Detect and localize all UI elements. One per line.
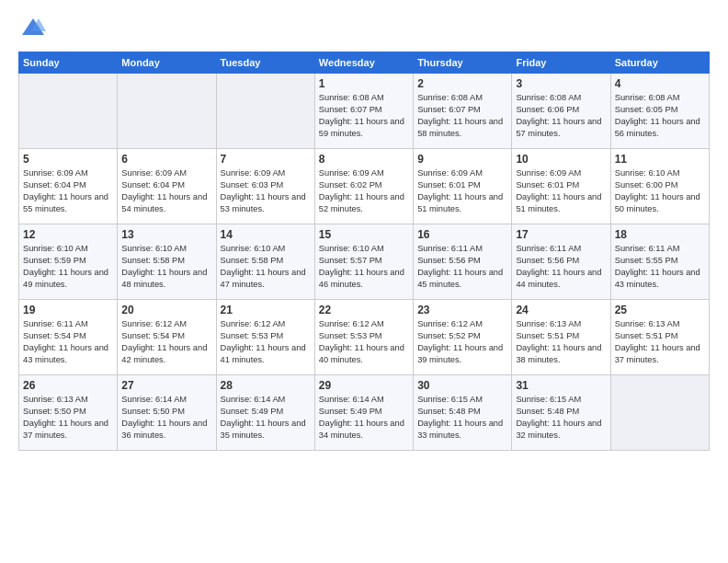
week-row-4: 19Sunrise: 6:11 AMSunset: 5:54 PMDayligh… — [19, 300, 710, 375]
cell-content: Sunrise: 6:09 AMSunset: 6:02 PMDaylight:… — [319, 167, 409, 215]
day-number: 21 — [221, 304, 311, 316]
week-row-5: 26Sunrise: 6:13 AMSunset: 5:50 PMDayligh… — [19, 375, 710, 451]
cell-content: Sunrise: 6:10 AMSunset: 5:58 PMDaylight:… — [221, 243, 311, 291]
day-number: 7 — [221, 153, 311, 166]
cell-content: Sunrise: 6:15 AMSunset: 5:48 PMDaylight:… — [516, 394, 606, 442]
cell-content: Sunrise: 6:13 AMSunset: 5:51 PMDaylight:… — [516, 318, 606, 366]
cell-content: Sunrise: 6:14 AMSunset: 5:50 PMDaylight:… — [121, 394, 211, 442]
day-number: 28 — [221, 379, 311, 392]
day-cell: 30Sunrise: 6:15 AMSunset: 5:48 PMDayligh… — [414, 375, 512, 451]
day-cell: 9Sunrise: 6:09 AMSunset: 6:01 PMDaylight… — [414, 149, 512, 224]
day-cell: 15Sunrise: 6:10 AMSunset: 5:57 PMDayligh… — [314, 224, 413, 300]
day-number: 10 — [516, 153, 606, 166]
col-header-sunday: Sunday — [19, 52, 118, 74]
cell-content: Sunrise: 6:09 AMSunset: 6:01 PMDaylight:… — [516, 167, 606, 215]
day-number: 18 — [615, 228, 705, 241]
day-number: 5 — [23, 153, 113, 166]
cell-content: Sunrise: 6:08 AMSunset: 6:07 PMDaylight:… — [417, 92, 507, 140]
day-number: 6 — [121, 153, 211, 166]
day-cell: 2Sunrise: 6:08 AMSunset: 6:07 PMDaylight… — [414, 74, 512, 149]
day-number: 9 — [417, 153, 507, 166]
cell-content: Sunrise: 6:11 AMSunset: 5:54 PMDaylight:… — [23, 318, 113, 366]
cell-content: Sunrise: 6:13 AMSunset: 5:50 PMDaylight:… — [23, 394, 113, 442]
week-row-3: 12Sunrise: 6:10 AMSunset: 5:59 PMDayligh… — [19, 224, 710, 300]
day-cell: 1Sunrise: 6:08 AMSunset: 6:07 PMDaylight… — [314, 74, 413, 149]
day-cell: 17Sunrise: 6:11 AMSunset: 5:56 PMDayligh… — [512, 224, 610, 300]
logo — [18, 15, 46, 40]
cell-content: Sunrise: 6:09 AMSunset: 6:04 PMDaylight:… — [23, 167, 113, 215]
day-cell: 13Sunrise: 6:10 AMSunset: 5:58 PMDayligh… — [118, 224, 216, 300]
cell-content: Sunrise: 6:10 AMSunset: 5:58 PMDaylight:… — [121, 243, 211, 291]
day-number: 13 — [121, 228, 211, 241]
day-number: 27 — [121, 379, 211, 392]
day-number: 3 — [516, 77, 606, 90]
day-number: 12 — [23, 228, 113, 241]
day-cell — [19, 74, 118, 149]
week-row-2: 5Sunrise: 6:09 AMSunset: 6:04 PMDaylight… — [19, 149, 710, 224]
cell-content: Sunrise: 6:11 AMSunset: 5:55 PMDaylight:… — [615, 243, 705, 291]
day-cell: 28Sunrise: 6:14 AMSunset: 5:49 PMDayligh… — [216, 375, 314, 451]
day-cell: 18Sunrise: 6:11 AMSunset: 5:55 PMDayligh… — [610, 224, 709, 300]
day-number: 2 — [417, 77, 507, 90]
day-cell: 5Sunrise: 6:09 AMSunset: 6:04 PMDaylight… — [19, 149, 118, 224]
day-cell: 6Sunrise: 6:09 AMSunset: 6:04 PMDaylight… — [118, 149, 216, 224]
day-cell: 22Sunrise: 6:12 AMSunset: 5:53 PMDayligh… — [314, 300, 413, 375]
cell-content: Sunrise: 6:10 AMSunset: 5:59 PMDaylight:… — [23, 243, 113, 291]
week-row-1: 1Sunrise: 6:08 AMSunset: 6:07 PMDaylight… — [19, 74, 710, 149]
day-cell: 4Sunrise: 6:08 AMSunset: 6:05 PMDaylight… — [610, 74, 709, 149]
cell-content: Sunrise: 6:08 AMSunset: 6:05 PMDaylight:… — [615, 92, 705, 140]
day-cell: 16Sunrise: 6:11 AMSunset: 5:56 PMDayligh… — [414, 224, 512, 300]
cell-content: Sunrise: 6:15 AMSunset: 5:48 PMDaylight:… — [417, 394, 507, 442]
day-cell: 29Sunrise: 6:14 AMSunset: 5:49 PMDayligh… — [314, 375, 413, 451]
cell-content: Sunrise: 6:12 AMSunset: 5:52 PMDaylight:… — [417, 318, 507, 366]
day-number: 1 — [319, 77, 409, 90]
day-number: 19 — [23, 304, 113, 316]
cell-content: Sunrise: 6:12 AMSunset: 5:54 PMDaylight:… — [121, 318, 211, 366]
day-cell — [118, 74, 216, 149]
cell-content: Sunrise: 6:08 AMSunset: 6:06 PMDaylight:… — [516, 92, 606, 140]
day-cell: 27Sunrise: 6:14 AMSunset: 5:50 PMDayligh… — [118, 375, 216, 451]
day-cell: 23Sunrise: 6:12 AMSunset: 5:52 PMDayligh… — [414, 300, 512, 375]
cell-content: Sunrise: 6:14 AMSunset: 5:49 PMDaylight:… — [221, 394, 311, 442]
calendar-page: SundayMondayTuesdayWednesdayThursdayFrid… — [0, 0, 728, 563]
cell-content: Sunrise: 6:08 AMSunset: 6:07 PMDaylight:… — [319, 92, 409, 140]
cell-content: Sunrise: 6:10 AMSunset: 6:00 PMDaylight:… — [615, 167, 705, 215]
page-header — [18, 15, 710, 40]
day-number: 24 — [516, 304, 606, 316]
col-header-friday: Friday — [512, 52, 610, 74]
logo-icon — [20, 15, 46, 40]
day-cell: 20Sunrise: 6:12 AMSunset: 5:54 PMDayligh… — [118, 300, 216, 375]
day-cell: 25Sunrise: 6:13 AMSunset: 5:51 PMDayligh… — [610, 300, 709, 375]
col-header-monday: Monday — [118, 52, 216, 74]
col-header-tuesday: Tuesday — [216, 52, 314, 74]
day-number: 16 — [417, 228, 507, 241]
day-number: 8 — [319, 153, 409, 166]
day-cell: 14Sunrise: 6:10 AMSunset: 5:58 PMDayligh… — [216, 224, 314, 300]
day-cell: 31Sunrise: 6:15 AMSunset: 5:48 PMDayligh… — [512, 375, 610, 451]
calendar-table: SundayMondayTuesdayWednesdayThursdayFrid… — [18, 52, 710, 451]
day-number: 17 — [516, 228, 606, 241]
day-number: 31 — [516, 379, 606, 392]
day-cell: 21Sunrise: 6:12 AMSunset: 5:53 PMDayligh… — [216, 300, 314, 375]
day-number: 26 — [23, 379, 113, 392]
day-cell — [610, 375, 709, 451]
col-header-saturday: Saturday — [610, 52, 709, 74]
day-cell: 11Sunrise: 6:10 AMSunset: 6:00 PMDayligh… — [610, 149, 709, 224]
cell-content: Sunrise: 6:09 AMSunset: 6:01 PMDaylight:… — [417, 167, 507, 215]
cell-content: Sunrise: 6:09 AMSunset: 6:03 PMDaylight:… — [221, 167, 311, 215]
day-number: 30 — [417, 379, 507, 392]
day-cell: 19Sunrise: 6:11 AMSunset: 5:54 PMDayligh… — [19, 300, 118, 375]
day-number: 23 — [417, 304, 507, 316]
day-number: 11 — [615, 153, 705, 166]
day-cell: 10Sunrise: 6:09 AMSunset: 6:01 PMDayligh… — [512, 149, 610, 224]
day-cell: 12Sunrise: 6:10 AMSunset: 5:59 PMDayligh… — [19, 224, 118, 300]
day-cell: 7Sunrise: 6:09 AMSunset: 6:03 PMDaylight… — [216, 149, 314, 224]
day-number: 14 — [221, 228, 311, 241]
day-number: 20 — [121, 304, 211, 316]
col-header-wednesday: Wednesday — [314, 52, 413, 74]
day-cell — [216, 74, 314, 149]
cell-content: Sunrise: 6:12 AMSunset: 5:53 PMDaylight:… — [221, 318, 311, 366]
day-number: 15 — [319, 228, 409, 241]
cell-content: Sunrise: 6:10 AMSunset: 5:57 PMDaylight:… — [319, 243, 409, 291]
cell-content: Sunrise: 6:14 AMSunset: 5:49 PMDaylight:… — [319, 394, 409, 442]
